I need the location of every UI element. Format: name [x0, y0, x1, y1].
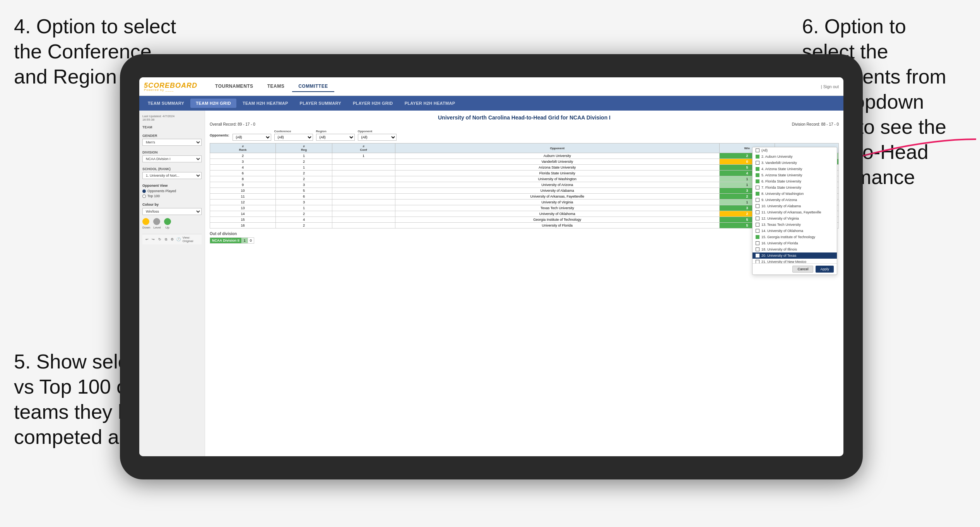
dropdown-item-10[interactable]: 10. University of Alabama — [753, 203, 837, 209]
check-all — [756, 148, 759, 152]
opponent-select[interactable]: (All) — [358, 134, 397, 141]
nav-committee[interactable]: COMMITTEE — [292, 81, 334, 92]
left-sidebar: Last Updated: 4/7/202416:55:38 Team Gend… — [139, 111, 205, 456]
clock-icon[interactable]: 🕐 — [176, 237, 181, 242]
dropdown-item-13[interactable]: 13. Texas Tech University — [753, 222, 837, 228]
copy-icon[interactable]: ⧉ — [164, 237, 168, 242]
colour-up-dot — [164, 218, 171, 225]
out-division-row: NCAA Division II 1 0 — [210, 238, 254, 244]
check-6 — [756, 179, 759, 183]
undo-icon[interactable]: ↩ — [145, 237, 149, 242]
dropdown-item-14[interactable]: 14. University of Oklahoma — [753, 228, 837, 234]
dropdown-item-6[interactable]: 6. Florida State University — [753, 178, 837, 184]
table-row[interactable]: 154Georgia Institute of Technology50 — [210, 217, 839, 223]
redo-icon[interactable]: ↪ — [151, 237, 156, 242]
school-select[interactable]: 1. University of Nort... — [142, 172, 202, 179]
opponents-select[interactable]: (All) — [233, 134, 271, 141]
table-row[interactable]: 93University of Arizona10 — [210, 182, 839, 188]
opponents-label: Opponents: — [210, 133, 229, 137]
table-row[interactable]: 41Arizona State University51 — [210, 165, 839, 171]
check-18 — [756, 247, 759, 251]
check-8 — [756, 192, 759, 196]
th-opponent: Opponent — [395, 143, 720, 153]
dropdown-item-4[interactable]: 4. Arizona State University — [753, 166, 837, 172]
sub-nav-team-summary[interactable]: TEAM SUMMARY — [142, 99, 190, 108]
colour-select[interactable]: Win/loss — [142, 208, 202, 215]
dropdown-item-20[interactable]: 20. University of Texas — [753, 252, 837, 259]
cancel-button[interactable]: Cancel — [792, 266, 813, 273]
sub-nav-player-summary[interactable]: PLAYER SUMMARY — [294, 99, 347, 108]
gender-section: Gender Men's — [142, 134, 202, 146]
school-section: School (Rank) 1. University of Nort... — [142, 167, 202, 179]
dropdown-item-11[interactable]: 11. University of Arkansas, Fayetteville — [753, 209, 837, 215]
sub-nav-player-h2h-grid[interactable]: PLAYER H2H GRID — [347, 99, 398, 108]
opponent-view-label: Opponent View — [142, 184, 202, 188]
division-select[interactable]: NCAA Division I — [142, 155, 202, 162]
table-row[interactable]: 32Vanderbilt University04 — [210, 159, 839, 165]
view-label: View: Original — [183, 236, 199, 243]
dropdown-item-21[interactable]: 21. University of New Mexico — [753, 259, 837, 263]
table-row[interactable]: 105University of Alabama30 — [210, 188, 839, 194]
sign-out[interactable]: | Sign out — [821, 84, 839, 89]
gender-select[interactable]: Men's — [142, 139, 202, 146]
apply-button[interactable]: Apply — [816, 266, 834, 273]
dropdown-item-9[interactable]: 9. University of Arizona — [753, 197, 837, 203]
dropdown-item-12[interactable]: 12. University of Virginia — [753, 215, 837, 222]
opponent-label: Opponent — [358, 130, 397, 133]
sub-nav-player-h2h-heatmap[interactable]: PLAYER H2H HEATMAP — [399, 99, 461, 108]
dropdown-item-7[interactable]: 7. Florida State University — [753, 184, 837, 191]
radio-opponents-played[interactable]: Opponents Played — [142, 189, 202, 193]
dropdown-item-all[interactable]: (All) — [753, 147, 837, 153]
nav-teams[interactable]: TEAMS — [261, 81, 291, 92]
table-row[interactable]: 62Florida State University42 — [210, 171, 839, 176]
opponent-dropdown-panel[interactable]: (All) 2. Auburn University 3. Vanderbilt… — [752, 147, 837, 275]
grid-title: University of North Carolina Head-to-Hea… — [210, 114, 839, 121]
table-row[interactable]: 211Auburn University21 — [210, 153, 839, 159]
region-filter: Region (All) — [316, 130, 355, 141]
table-row[interactable]: 131Texas Tech University30 — [210, 205, 839, 211]
check-2 — [756, 155, 759, 159]
opponents-filter: (All) — [233, 134, 271, 141]
table-row[interactable]: 82University of Washington10 — [210, 176, 839, 182]
check-3 — [756, 161, 759, 165]
check-5 — [756, 173, 759, 177]
overall-record: Overall Record: 89 - 17 - 0 — [210, 122, 255, 126]
grid-content: University of North Carolina Head-to-Hea… — [205, 111, 843, 456]
app-logo: 5COREBOARD Powered by ____ — [144, 82, 197, 92]
check-20 — [756, 254, 759, 258]
tablet-frame: 5COREBOARD Powered by ____ TOURNAMENTS T… — [120, 54, 863, 479]
settings-icon[interactable]: ⚙ — [170, 237, 174, 242]
app-navbar: 5COREBOARD Powered by ____ TOURNAMENTS T… — [139, 77, 843, 96]
dropdown-list: (All) 2. Auburn University 3. Vanderbilt… — [753, 147, 837, 263]
nav-items: TOURNAMENTS TEAMS COMMITTEE — [209, 81, 821, 92]
nav-tournaments[interactable]: TOURNAMENTS — [209, 81, 260, 92]
dropdown-item-5[interactable]: 5. Arizona State University — [753, 172, 837, 178]
gender-label: Gender — [142, 134, 202, 138]
check-7 — [756, 186, 759, 189]
opponent-view-section: Opponent View Opponents Played Top 100 — [142, 184, 202, 198]
dropdown-item-16[interactable]: 16. University of Florida — [753, 240, 837, 246]
check-13 — [756, 223, 759, 227]
region-select[interactable]: (All) — [316, 134, 355, 141]
table-row[interactable]: 142University of Oklahoma22 — [210, 211, 839, 217]
radio-top100[interactable]: Top 100 — [142, 194, 202, 198]
dropdown-item-15[interactable]: 15. Georgia Institute of Technology — [753, 234, 837, 240]
team-section: Team — [142, 125, 202, 129]
sub-nav-team-h2h-grid[interactable]: TEAM H2H GRID — [190, 99, 236, 108]
dropdown-item-8[interactable]: 8. University of Washington — [753, 191, 837, 197]
refresh-icon[interactable]: ↻ — [157, 237, 162, 242]
table-row[interactable]: 123University of Virginia10 — [210, 200, 839, 205]
sub-navbar: TEAM SUMMARY TEAM H2H GRID TEAM H2H HEAT… — [139, 96, 843, 111]
dropdown-item-18[interactable]: 18. University of Illinois — [753, 246, 837, 252]
table-row[interactable]: 162University of Florida51 — [210, 223, 839, 229]
check-11 — [756, 210, 759, 214]
dropdown-item-3[interactable]: 3. Vanderbilt University — [753, 160, 837, 166]
sub-nav-team-h2h-heatmap[interactable]: TEAM H2H HEATMAP — [237, 99, 294, 108]
check-9 — [756, 198, 759, 202]
dropdown-item-2[interactable]: 2. Auburn University — [753, 153, 837, 160]
conference-select[interactable]: (All) — [274, 134, 313, 141]
conference-filter: Conference (All) — [274, 130, 313, 141]
check-16 — [756, 241, 759, 245]
table-row[interactable]: 116University of Arkansas, Fayetteville2… — [210, 194, 839, 200]
colour-section: Colour by Win/loss Down Level — [142, 203, 202, 229]
